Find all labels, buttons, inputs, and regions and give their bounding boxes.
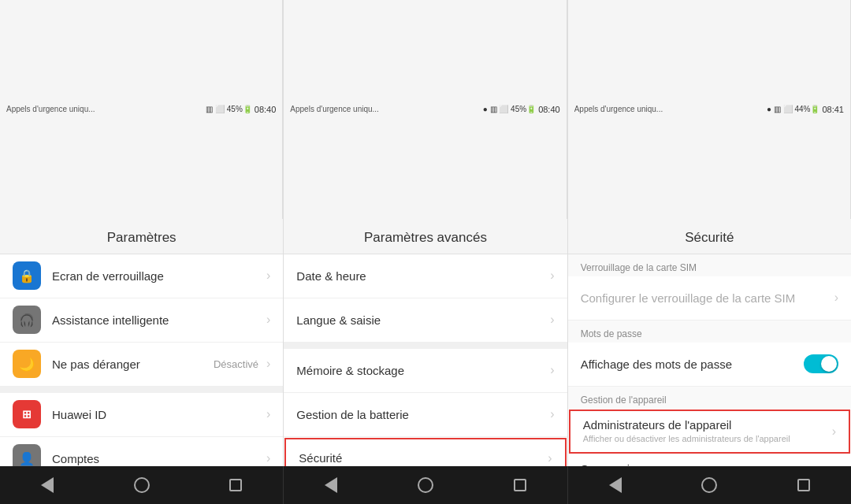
panel-title-1: Paramètres (107, 230, 177, 245)
recents-icon-2 (514, 479, 526, 491)
status-bar-3: Appels d'urgence uniqu... ● ▥ ⬜ 44%🔋 08:… (568, 0, 851, 219)
content-comptes: Comptes (52, 452, 263, 465)
content-sources: Sources inconnues Autorise l'installatio… (581, 462, 804, 466)
item-huawei[interactable]: ⊞ Huawei ID › (0, 393, 283, 437)
back-icon-2 (325, 477, 337, 493)
content-config-sim: Configurer le verrouillage de la carte S… (581, 291, 831, 305)
recents-button-3[interactable] (791, 472, 816, 498)
status-left-1: Appels d'urgence uniqu... (6, 105, 95, 113)
home-button-3[interactable] (697, 472, 722, 498)
item-securite[interactable]: Sécurité › (284, 438, 566, 467)
settings-list-3: Verrouillage de la carte SIM Configurer … (568, 254, 851, 467)
label-langue: Langue & saisie (296, 313, 547, 327)
item-assistance[interactable]: 🎧 Assistance intelligente › (0, 298, 283, 343)
label-dnd: Ne pas déranger (52, 358, 214, 371)
content-memoire: Mémoire & stockage (296, 364, 547, 377)
item-affichage-mdp[interactable]: Affichage des mots de passe (568, 343, 851, 387)
item-dnd[interactable]: 🌙 Ne pas déranger Désactivé › (0, 343, 283, 387)
item-config-sim[interactable]: Configurer le verrouillage de la carte S… (568, 276, 851, 321)
chevron-batterie: › (550, 407, 554, 421)
status-left-3: Appels d'urgence uniqu... (574, 105, 663, 113)
content-securite: Sécurité (299, 451, 544, 465)
home-icon-3 (701, 477, 717, 493)
content-assistance: Assistance intelligente (52, 313, 263, 327)
home-icon-2 (418, 477, 433, 493)
icon-dnd: 🌙 (13, 350, 41, 378)
nav-bar-panel-1 (0, 466, 284, 504)
signal-icon-1: ▥ ⬜ 45%🔋 (206, 105, 252, 113)
label-sources: Sources inconnues (581, 462, 804, 466)
label-affichage-mdp: Affichage des mots de passe (581, 358, 804, 371)
label-assistance: Assistance intelligente (52, 313, 263, 327)
toggle-affichage-mdp[interactable] (804, 354, 838, 373)
panel-params-avances: Appels d'urgence uniqu... ● ▥ ⬜ 45%🔋 08:… (284, 0, 567, 466)
status-bar-2: Appels d'urgence uniqu... ● ▥ ⬜ 45%🔋 08:… (284, 0, 567, 219)
back-button-3[interactable] (603, 472, 628, 498)
content-batterie: Gestion de la batterie (296, 408, 547, 421)
panel-header-2: Paramètres avancés (284, 219, 567, 254)
section-header-gestion: Gestion de l'appareil (568, 387, 851, 409)
chevron-admins: › (832, 424, 836, 439)
home-button-1[interactable] (129, 472, 154, 498)
chevron-assistance: › (266, 313, 270, 327)
icon-assistance: 🎧 (13, 306, 41, 334)
back-button-1[interactable] (35, 472, 60, 498)
item-admins[interactable]: Administrateurs de l'appareil Afficher o… (569, 410, 850, 454)
sublabel-admins: Afficher ou désactiver les administrateu… (583, 433, 829, 444)
status-icons-3: ● ▥ ⬜ 44%🔋 08:41 (767, 105, 844, 114)
content-affichage-mdp: Affichage des mots de passe (581, 358, 804, 371)
recents-button-1[interactable] (223, 472, 248, 498)
divider-p2-1 (284, 343, 567, 349)
icon-ecran: 🔒 (13, 261, 41, 290)
value-dnd: Désactivé (214, 358, 258, 370)
home-button-2[interactable] (413, 472, 438, 498)
status-bar-1: Appels d'urgence uniqu... ▥ ⬜ 45%🔋 08:40 (0, 0, 283, 219)
section-header-mdp: Mots de passe (568, 321, 851, 343)
item-memoire[interactable]: Mémoire & stockage › (284, 349, 567, 393)
chevron-config-sim: › (834, 291, 838, 305)
chevron-dnd: › (266, 357, 270, 371)
settings-list-2: Date & heure › Langue & saisie › Mémoire… (284, 254, 567, 467)
divider-1 (0, 387, 283, 393)
content-admins: Administrateurs de l'appareil Afficher o… (583, 418, 829, 444)
label-date-heure: Date & heure (296, 269, 547, 283)
item-batterie[interactable]: Gestion de la batterie › (284, 393, 567, 437)
panel-header-3: Sécurité (568, 219, 851, 254)
recents-button-2[interactable] (507, 472, 533, 498)
label-memoire: Mémoire & stockage (296, 364, 547, 377)
status-icons-1: ▥ ⬜ 45%🔋 08:40 (206, 105, 276, 114)
signal-icon-3: ● ▥ ⬜ 44%🔋 (767, 105, 819, 113)
item-langue[interactable]: Langue & saisie › (284, 298, 567, 343)
back-icon-1 (41, 477, 54, 493)
icon-huawei: ⊞ (13, 400, 41, 428)
home-icon-1 (134, 477, 150, 493)
signal-icon-2: ● ▥ ⬜ 45%🔋 (483, 105, 536, 113)
item-sources[interactable]: Sources inconnues Autorise l'installatio… (568, 454, 851, 467)
label-comptes: Comptes (52, 452, 263, 465)
chevron-huawei: › (266, 407, 270, 421)
content-ecran: Ecran de verrouillage (52, 269, 263, 283)
nav-bar (0, 466, 851, 504)
time-1: 08:40 (255, 105, 277, 114)
back-button-2[interactable] (318, 472, 344, 498)
recents-icon-1 (229, 479, 242, 491)
status-left-2: Appels d'urgence uniqu... (290, 105, 379, 113)
item-ecran[interactable]: 🔒 Ecran de verrouillage › (0, 254, 283, 298)
label-ecran: Ecran de verrouillage (52, 269, 263, 283)
time-3: 08:41 (822, 105, 844, 114)
content-dnd: Ne pas déranger (52, 358, 214, 371)
icon-comptes: 👤 (13, 444, 41, 466)
panel-securite: Appels d'urgence uniqu... ● ▥ ⬜ 44%🔋 08:… (568, 0, 851, 466)
chevron-securite: › (548, 451, 552, 465)
content-date-heure: Date & heure (296, 269, 547, 283)
label-huawei: Huawei ID (52, 408, 263, 421)
item-date-heure[interactable]: Date & heure › (284, 254, 567, 298)
chevron-comptes: › (266, 451, 270, 465)
label-batterie: Gestion de la batterie (296, 408, 547, 421)
content-huawei: Huawei ID (52, 408, 263, 421)
chevron-langue: › (550, 313, 554, 327)
screen-container: Appels d'urgence uniqu... ▥ ⬜ 45%🔋 08:40… (0, 0, 851, 466)
nav-bar-panel-2 (284, 466, 567, 504)
item-comptes[interactable]: 👤 Comptes › (0, 437, 283, 467)
label-admins: Administrateurs de l'appareil (583, 418, 829, 432)
